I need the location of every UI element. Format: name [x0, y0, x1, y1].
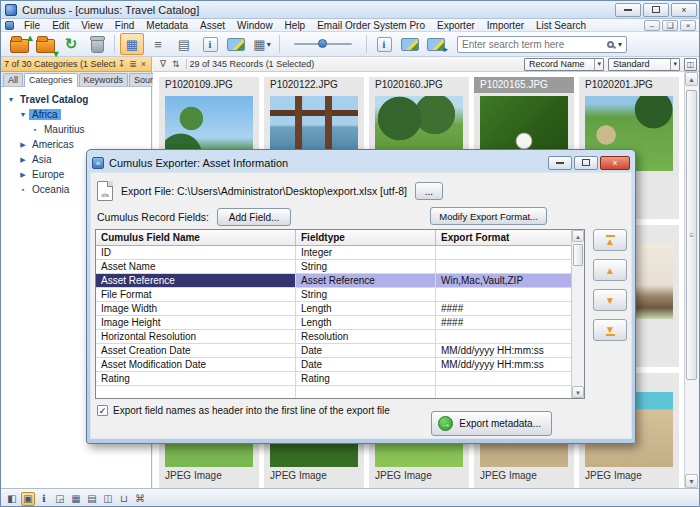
move-bottom-button[interactable]: ▼ [593, 319, 627, 341]
scroll-up-icon[interactable]: ▲ [685, 72, 698, 86]
preview-view-icon[interactable]: ◫ [101, 492, 115, 506]
slider-knob[interactable] [318, 39, 327, 48]
list-view-icon[interactable]: ▤ [85, 492, 99, 506]
pin-icon[interactable]: ↧ [116, 59, 128, 69]
table-row[interactable]: Asset NameString [96, 260, 584, 274]
move-up-button[interactable]: ▲ [593, 259, 627, 281]
menu-email-order-system-pro[interactable]: Email Order System Pro [311, 20, 431, 31]
thumbnail-view-button[interactable]: ▦ [120, 33, 144, 55]
move-down-button[interactable]: ▼ [593, 289, 627, 311]
add-field-button[interactable]: Add Field... [217, 208, 291, 226]
table-row[interactable]: Image WidthLength#### [96, 302, 584, 316]
export-header-checkbox[interactable]: ✓ [97, 405, 108, 416]
panel-menu-icon[interactable]: ≣ [127, 59, 139, 69]
thumbnail-size-slider[interactable] [294, 43, 352, 45]
expander-icon[interactable]: ▶ [17, 141, 29, 149]
tab-all[interactable]: All [3, 73, 23, 86]
menu-importer[interactable]: Importer [481, 20, 530, 31]
table-row[interactable]: IDInteger [96, 246, 584, 260]
scroll-down-icon[interactable]: ▼ [685, 474, 698, 488]
maximize-button[interactable] [643, 3, 669, 17]
open-catalog-button[interactable]: ▴ [7, 33, 31, 55]
tree-item-africa[interactable]: ▼Africa [1, 107, 151, 122]
dialog-maximize-button[interactable] [574, 156, 598, 170]
column-header-export-format[interactable]: Export Format [436, 230, 572, 245]
refresh-button[interactable]: ↻ [59, 33, 83, 55]
table-row[interactable]: Image HeightLength#### [96, 316, 584, 330]
view-scheme-button[interactable]: ▦▾ [250, 33, 274, 55]
window-pane-icon[interactable]: ◧ [5, 492, 19, 506]
tree-item-mauritius[interactable]: ▪Mauritius [1, 122, 151, 137]
expander-icon[interactable]: ▼ [17, 111, 29, 118]
dialog-titlebar[interactable]: » Cumulus Exporter: Asset Information × [90, 153, 632, 172]
column-header-fieldtype[interactable]: Fieldtype [296, 230, 436, 245]
sort-field-dropdown[interactable]: Record Name ▾ [524, 58, 604, 71]
bullet-icon: ▪ [29, 126, 41, 133]
scroll-thumb[interactable] [573, 244, 583, 266]
import-button[interactable]: ▾ [33, 33, 57, 55]
tab-keywords[interactable]: Keywords [79, 73, 129, 86]
dialog-close-button[interactable]: × [600, 156, 630, 170]
export-metadata-button[interactable]: → Export metadata... [431, 411, 552, 436]
search-input[interactable] [462, 39, 604, 50]
table-row[interactable]: Asset ReferenceAsset ReferenceWin,Mac,Va… [96, 274, 584, 288]
search-icon[interactable] [607, 41, 614, 48]
scroll-thumb[interactable]: ≡ [686, 90, 697, 380]
mdi-minimize-button[interactable]: – [644, 20, 660, 31]
preview-window-button[interactable] [398, 33, 422, 55]
detail-info-icon[interactable]: ◲ [53, 492, 67, 506]
menu-metadata[interactable]: Metadata [140, 20, 194, 31]
slideshow-button[interactable]: ▸ [424, 33, 448, 55]
table-row[interactable]: Horizontal ResolutionResolution [96, 330, 584, 344]
details-view-button[interactable]: ▤ [172, 33, 196, 55]
browse-button[interactable]: ... [415, 182, 443, 200]
filter-icon[interactable]: ∇ [157, 59, 169, 69]
mdi-close-button[interactable]: × [680, 20, 696, 31]
tab-categories[interactable]: Categories [24, 73, 78, 87]
table-row[interactable]: RatingRating [96, 372, 584, 386]
connections-icon[interactable]: ⌘ [133, 492, 147, 506]
menu-file[interactable]: File [18, 20, 46, 31]
scroll-down-icon[interactable]: ▼ [572, 386, 584, 398]
scroll-up-icon[interactable]: ▲ [572, 230, 584, 242]
table-row[interactable] [96, 386, 584, 399]
menu-list-search[interactable]: List Search [530, 20, 592, 31]
menu-asset[interactable]: Asset [194, 20, 231, 31]
expander-icon[interactable]: ▼ [5, 96, 17, 103]
column-header-cumulus-field-name[interactable]: Cumulus Field Name [96, 230, 296, 245]
menu-exporter[interactable]: Exporter [431, 20, 481, 31]
records-scrollbar[interactable]: ▲ ≡ ▼ [684, 72, 698, 488]
minimize-button[interactable] [615, 3, 641, 17]
panel-close-icon[interactable]: × [139, 59, 148, 69]
close-button[interactable]: × [671, 3, 697, 17]
menu-help[interactable]: Help [279, 20, 312, 31]
menu-find[interactable]: Find [109, 20, 140, 31]
menu-view[interactable]: View [75, 20, 109, 31]
table-row[interactable]: Asset Creation DateDateMM/dd/yyyy HH:mm:… [96, 344, 584, 358]
view-scheme-dropdown[interactable]: Standard ▾ [608, 58, 680, 71]
move-top-button[interactable]: ▲ [593, 229, 627, 251]
sort-icon[interactable]: ⇅ [169, 59, 183, 69]
table-row[interactable]: File FormatString [96, 288, 584, 302]
grid-view-icon[interactable]: ▦ [69, 492, 83, 506]
expander-icon[interactable]: ▶ [17, 156, 29, 164]
info-view-icon[interactable]: ℹ [37, 492, 51, 506]
delete-button[interactable] [85, 33, 109, 55]
info-window-button[interactable]: i [372, 33, 396, 55]
menu-edit[interactable]: Edit [46, 20, 75, 31]
thumbnail-view-icon[interactable]: ▣ [21, 492, 35, 506]
dialog-minimize-button[interactable] [548, 156, 572, 170]
table-scrollbar[interactable]: ▲ ▼ [571, 230, 584, 398]
search-options-caret-icon[interactable]: ▾ [618, 40, 622, 49]
modify-export-format-button[interactable]: Modify Export Format... [430, 207, 547, 225]
tree-item-travel-catalog[interactable]: ▼Travel Catalog [1, 92, 151, 107]
menu-window[interactable]: Window [231, 20, 279, 31]
table-row[interactable]: Asset Modification DateDateMM/dd/yyyy HH… [96, 358, 584, 372]
expander-icon[interactable]: ▶ [17, 171, 29, 179]
preview-view-button[interactable] [224, 33, 248, 55]
split-view-button[interactable]: ◫ [684, 58, 697, 71]
mdi-restore-button[interactable]: ❏ [662, 20, 678, 31]
list-view-button[interactable]: ≡ [146, 33, 170, 55]
trash-icon[interactable]: ⊔ [117, 492, 131, 506]
info-view-button[interactable]: i [198, 33, 222, 55]
